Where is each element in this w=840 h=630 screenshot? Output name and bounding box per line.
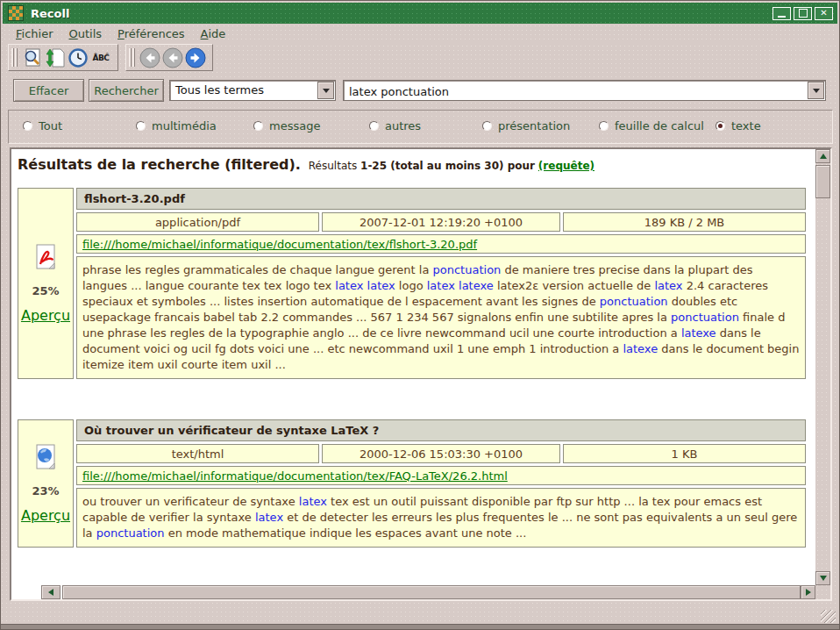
recoll-app-icon <box>8 5 24 21</box>
radio-icon <box>253 121 263 131</box>
radio-icon <box>369 121 379 131</box>
horizontal-scroll-thumb[interactable] <box>62 585 801 599</box>
title-bar[interactable]: Recoll ✕ <box>3 3 837 25</box>
result-size: 189 KB / 2 MB <box>563 212 806 232</box>
window-bottom-edge <box>1 624 839 629</box>
close-icon: ✕ <box>820 9 827 18</box>
minimize-icon <box>778 16 786 18</box>
forward-icon[interactable] <box>184 47 207 69</box>
toolbar-group-tools: ÂBĈ <box>8 44 118 71</box>
result-mime: application/pdf <box>76 212 319 232</box>
preview-link[interactable]: Aperçu <box>21 507 70 524</box>
result-title: Où trouver un vérificateur de syntaxe La… <box>76 419 806 441</box>
filter-radio-texte[interactable]: texte <box>715 119 761 132</box>
scroll-down-icon <box>820 576 827 581</box>
filter-radio-presentation[interactable]: présentation <box>482 119 570 132</box>
search-button[interactable]: Rechercher <box>89 79 164 102</box>
menu-aide[interactable]: Aide <box>193 25 234 42</box>
result-date: 2000-12-06 15:03:30 +0100 <box>322 444 560 463</box>
resize-grip[interactable] <box>821 610 836 623</box>
scroll-right-icon <box>806 589 811 596</box>
toolbar-group-nav <box>125 44 213 71</box>
result-item-2: 23% Aperçu Où trouver un vérificateur de… <box>15 417 808 550</box>
minimize-button[interactable] <box>772 7 791 20</box>
relevance-percent: 25% <box>32 284 59 297</box>
chevron-down-icon[interactable] <box>808 82 824 99</box>
result-url-link[interactable]: file:///home/michael/informatique/docume… <box>82 238 477 251</box>
vertical-scroll-thumb[interactable] <box>815 165 830 198</box>
results-viewport: Résultats de la recherche (filtered). Ré… <box>11 149 815 585</box>
result-item-1: 25% Aperçu flshort-3.20.pdf application/… <box>15 185 808 382</box>
result-size: 1 KB <box>563 444 806 463</box>
result-side-panel: 23% Aperçu <box>18 419 74 548</box>
results-title: Résultats de la recherche (filtered). <box>18 156 301 173</box>
vertical-scrollbar[interactable] <box>815 149 830 585</box>
horizontal-scrollbar[interactable] <box>11 585 815 599</box>
filter-radio-multimedia[interactable]: multimédia <box>136 119 217 132</box>
result-snippet: ou trouver un verificateur de syntaxe la… <box>76 488 806 548</box>
scroll-down-button[interactable] <box>815 571 830 585</box>
result-title: flshort-3.20.pdf <box>76 188 806 210</box>
recoll-window: Recoll ✕ Fichier Outils Préférences Aide… <box>0 0 840 630</box>
result-url-link[interactable]: file:///home/michael/informatique/docume… <box>82 469 508 483</box>
pdf-file-icon <box>32 243 60 275</box>
search-mode-select[interactable]: Tous les termes <box>169 80 336 101</box>
result-side-panel: 25% Aperçu <box>18 188 74 379</box>
results-area: Résultats de la recherche (filtered). Ré… <box>10 147 832 601</box>
maximize-button[interactable] <box>794 7 812 20</box>
html-file-icon <box>32 443 60 475</box>
results-header: Résultats de la recherche (filtered). Ré… <box>18 156 810 173</box>
preview-link[interactable]: Aperçu <box>21 307 70 324</box>
result-date: 2007-12-01 12:19:20 +0100 <box>322 212 560 232</box>
filter-radio-feuille-de-calcul[interactable]: feuille de calcul <box>599 119 704 132</box>
scroll-up-icon <box>820 154 827 159</box>
search-document-icon[interactable] <box>21 47 44 69</box>
scroll-left-icon <box>48 589 53 596</box>
scroll-up-button[interactable] <box>815 149 830 163</box>
chevron-down-icon[interactable] <box>317 82 334 99</box>
filter-radio-tout[interactable]: Tout <box>23 119 62 132</box>
close-button[interactable]: ✕ <box>815 7 833 20</box>
filter-radio-message[interactable]: message <box>253 119 320 132</box>
menu-fichier[interactable]: Fichier <box>8 25 61 42</box>
search-input[interactable] <box>347 82 798 100</box>
menu-preferences[interactable]: Préférences <box>110 25 192 42</box>
update-index-icon[interactable] <box>44 47 67 69</box>
radio-icon <box>599 121 609 131</box>
filter-bar: Tout multimédia message autres présentat… <box>8 110 833 144</box>
menu-outils[interactable]: Outils <box>61 25 110 42</box>
toolbar-handle[interactable] <box>129 48 135 67</box>
abc-sort-icon[interactable]: ÂBĈ <box>89 47 112 69</box>
back-icon[interactable] <box>139 47 161 69</box>
back-icon-2[interactable] <box>161 47 184 69</box>
search-mode-value: Tous les termes <box>175 83 264 97</box>
radio-icon <box>715 121 725 131</box>
search-query-combo[interactable] <box>343 80 826 101</box>
maximize-icon <box>799 9 808 18</box>
radio-icon <box>23 121 32 131</box>
result-mime: text/html <box>76 444 319 463</box>
menu-bar: Fichier Outils Préférences Aide <box>3 24 837 43</box>
toolbar-handle[interactable] <box>11 48 18 67</box>
scroll-left-button[interactable] <box>41 585 61 599</box>
clear-button[interactable]: Effacer <box>13 79 84 102</box>
query-link[interactable]: (requête) <box>538 160 594 172</box>
result-snippet: phrase les regles grammaticales de chaqu… <box>76 256 806 379</box>
radio-icon <box>482 121 492 131</box>
scroll-right-button[interactable] <box>801 585 815 599</box>
history-clock-icon[interactable] <box>67 47 89 69</box>
relevance-percent: 23% <box>32 484 59 498</box>
filter-radio-autres[interactable]: autres <box>369 119 421 132</box>
window-title: Recoll <box>31 7 69 20</box>
toolbar: ÂBĈ <box>8 44 213 71</box>
radio-icon <box>136 121 146 131</box>
